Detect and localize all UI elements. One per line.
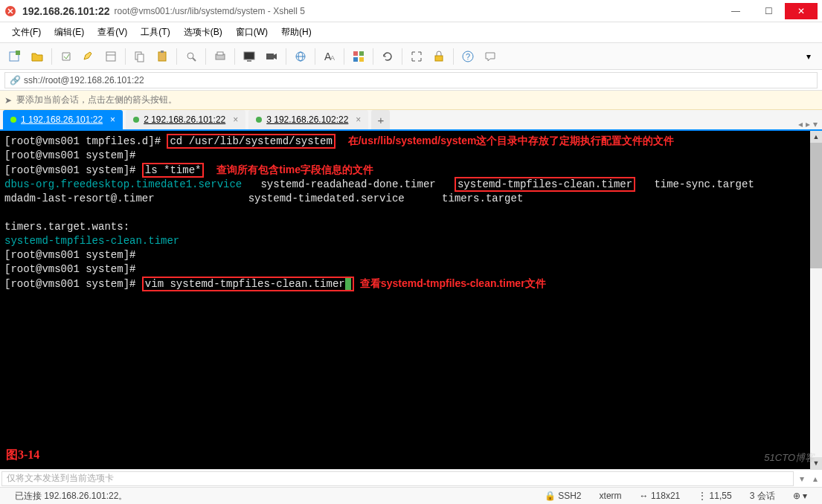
scroll-up-icon[interactable]: ▲ xyxy=(810,131,822,143)
tab-label: 1 192.168.26.101:22 xyxy=(21,114,103,125)
toolbar: AA ? ▾ xyxy=(0,43,822,70)
menu-tabs[interactable]: 选项卡(B) xyxy=(178,23,228,42)
menu-help[interactable]: 帮助(H) xyxy=(275,23,318,42)
menu-edit[interactable]: 编辑(E) xyxy=(48,23,90,42)
scrollbar-vertical[interactable]: ▲ ▼ xyxy=(810,131,822,469)
svg-rect-7 xyxy=(158,52,166,61)
svg-rect-3 xyxy=(106,52,115,61)
fullscreen-icon[interactable] xyxy=(406,46,427,67)
tab-label: 3 192.168.26.102:22 xyxy=(266,114,348,125)
svg-rect-6 xyxy=(138,54,144,62)
status-sessions: 3 会话 xyxy=(741,490,784,503)
color-icon[interactable] xyxy=(348,46,369,67)
minimize-button[interactable]: — xyxy=(719,3,752,19)
watermark: 51CTO博客 xyxy=(764,451,815,465)
link-icon: 🔗 xyxy=(10,75,21,85)
properties-icon[interactable] xyxy=(100,46,121,67)
compose-bar: 仅将文本发送到当前选项卡 ▾ ▴ xyxy=(0,470,822,488)
tab-menu-icon[interactable]: ▾ xyxy=(813,119,818,129)
title-host: 192.168.26.101:22 xyxy=(22,5,110,17)
address-bar: 🔗 ssh://root@192.168.26.101:22 xyxy=(0,70,822,91)
reconnect-icon[interactable] xyxy=(56,46,77,67)
status-dot-icon xyxy=(10,117,16,123)
screen-icon[interactable] xyxy=(239,46,260,67)
menu-window[interactable]: 窗口(W) xyxy=(230,23,274,42)
status-dot-icon xyxy=(256,117,262,123)
maximize-button[interactable]: ☐ xyxy=(752,3,785,19)
svg-rect-13 xyxy=(244,52,254,59)
svg-rect-23 xyxy=(353,57,358,62)
add-tab-button[interactable]: + xyxy=(371,110,390,129)
svg-rect-25 xyxy=(435,56,443,61)
paste-icon[interactable] xyxy=(152,46,173,67)
status-size: ↔ 118x21 xyxy=(631,491,690,501)
svg-text:A: A xyxy=(330,54,335,62)
svg-point-9 xyxy=(187,53,193,59)
svg-rect-24 xyxy=(359,57,364,62)
toolbar-overflow-icon[interactable]: ▾ xyxy=(798,46,819,67)
tab-label: 2 192.168.26.101:22 xyxy=(144,114,225,125)
font-icon[interactable]: AA xyxy=(319,46,340,67)
globe-icon[interactable] xyxy=(290,46,311,67)
status-ssh: 🔒 SSH2 xyxy=(536,491,591,501)
edit-icon[interactable] xyxy=(78,46,99,67)
copy-icon[interactable] xyxy=(129,46,150,67)
status-term: xterm xyxy=(591,491,631,501)
tab-nav: ◂ ▸ ▾ xyxy=(798,119,822,129)
svg-rect-2 xyxy=(16,51,20,55)
close-button[interactable]: ✕ xyxy=(785,3,818,19)
svg-rect-8 xyxy=(161,51,164,53)
record-icon[interactable] xyxy=(261,46,282,67)
svg-line-10 xyxy=(193,58,196,61)
scroll-thumb[interactable] xyxy=(810,143,822,268)
session-tab-2[interactable]: 2 192.168.26.101:22 × xyxy=(126,110,245,129)
terminal[interactable]: [root@vms001 tmpfiles.d]# cd /usr/lib/sy… xyxy=(0,131,810,469)
status-cursor: ⋮ 11,55 xyxy=(689,491,740,501)
compose-up-icon[interactable]: ▴ xyxy=(809,474,822,484)
compose-input[interactable]: 仅将文本发送到当前选项卡 xyxy=(1,471,794,486)
status-bar: 已连接 192.168.26.101:22。 🔒 SSH2 xterm ↔ 11… xyxy=(0,488,822,504)
hint-text: 要添加当前会话，点击左侧的箭头按钮。 xyxy=(16,94,177,106)
tab-next-icon[interactable]: ▸ xyxy=(806,119,810,129)
close-tab-icon[interactable]: × xyxy=(356,114,361,125)
search-icon[interactable] xyxy=(181,46,202,67)
status-dot-icon xyxy=(133,117,139,123)
chat-icon[interactable] xyxy=(480,46,501,67)
svg-rect-21 xyxy=(353,51,358,56)
tab-bar: 1 192.168.26.101:22 × 2 192.168.26.101:2… xyxy=(0,110,822,131)
title-path: root@vms001:/usr/lib/systemd/system - Xs… xyxy=(115,6,305,16)
refresh-icon[interactable] xyxy=(377,46,398,67)
help-icon[interactable]: ? xyxy=(457,46,478,67)
lock-icon[interactable] xyxy=(428,46,449,67)
session-tab-3[interactable]: 3 192.168.26.102:22 × xyxy=(248,110,368,129)
new-session-icon[interactable] xyxy=(4,46,25,67)
app-icon xyxy=(4,5,16,17)
svg-rect-14 xyxy=(247,60,251,62)
close-tab-icon[interactable]: × xyxy=(110,114,115,125)
compose-menu-icon[interactable]: ▾ xyxy=(795,474,809,484)
hint-bar: ➤ 要添加当前会话，点击左侧的箭头按钮。 xyxy=(0,91,822,110)
close-tab-icon[interactable]: × xyxy=(233,114,238,125)
titlebar: 192.168.26.101:22 root@vms001:/usr/lib/s… xyxy=(0,0,822,22)
open-folder-icon[interactable] xyxy=(27,46,48,67)
address-text: ssh://root@192.168.26.101:22 xyxy=(24,75,144,85)
menu-view[interactable]: 查看(V) xyxy=(91,23,133,42)
menubar: 文件(F) 编辑(E) 查看(V) 工具(T) 选项卡(B) 窗口(W) 帮助(… xyxy=(0,22,822,43)
session-tab-1[interactable]: 1 192.168.26.101:22 × xyxy=(3,110,123,129)
tab-prev-icon[interactable]: ◂ xyxy=(798,119,803,129)
status-menu-icon[interactable]: ⊕ ▾ xyxy=(784,491,816,501)
menu-tools[interactable]: 工具(T) xyxy=(135,23,176,42)
svg-rect-12 xyxy=(217,52,223,55)
address-field[interactable]: 🔗 ssh://root@192.168.26.101:22 xyxy=(4,72,818,88)
svg-rect-15 xyxy=(266,54,274,59)
menu-file[interactable]: 文件(F) xyxy=(6,23,47,42)
terminal-area: [root@vms001 tmpfiles.d]# cd /usr/lib/sy… xyxy=(0,131,822,470)
figure-label: 图3-14 xyxy=(6,448,39,463)
svg-rect-22 xyxy=(359,51,364,56)
svg-text:?: ? xyxy=(466,52,470,61)
print-icon[interactable] xyxy=(210,46,231,67)
status-connection: 已连接 192.168.26.101:22。 xyxy=(6,490,136,503)
arrow-icon[interactable]: ➤ xyxy=(4,95,12,106)
